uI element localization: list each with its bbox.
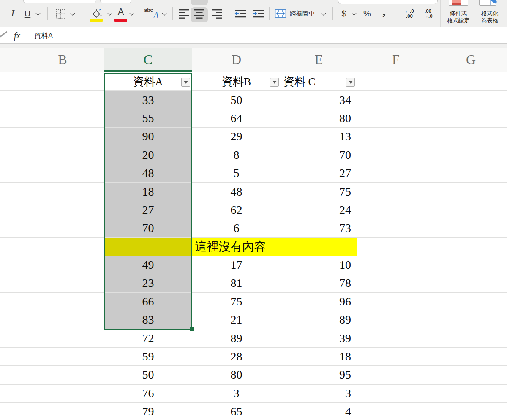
cell[interactable]: [21, 73, 104, 90]
cell[interactable]: [21, 201, 104, 219]
cell[interactable]: [435, 183, 507, 200]
cell-d[interactable]: 28: [192, 348, 281, 365]
fill-color-chevron-icon[interactable]: [107, 11, 112, 15]
cell-c[interactable]: 79: [104, 403, 192, 420]
cell[interactable]: [0, 329, 21, 347]
merge-center-button[interactable]: 跨欄置中: [275, 5, 315, 22]
filter-button[interactable]: [270, 78, 279, 87]
column-header-stub[interactable]: [0, 48, 21, 72]
cell-d[interactable]: 21: [192, 311, 281, 329]
column-header-C[interactable]: C: [104, 48, 192, 72]
cell[interactable]: [357, 146, 435, 164]
cell-e[interactable]: 96: [281, 293, 357, 311]
cell[interactable]: [0, 274, 21, 292]
cell[interactable]: [21, 256, 104, 274]
cell-e[interactable]: 89: [281, 311, 357, 329]
cell[interactable]: [435, 311, 507, 329]
cell[interactable]: [357, 109, 435, 127]
cell[interactable]: [435, 274, 507, 292]
cell-e[interactable]: 70: [281, 146, 357, 164]
column-header-E[interactable]: E: [281, 48, 357, 72]
underline-button[interactable]: U: [21, 5, 34, 22]
cell-e[interactable]: 24: [281, 201, 357, 219]
cell-d[interactable]: 75: [192, 293, 281, 311]
cell[interactable]: [435, 385, 507, 402]
percent-format-button[interactable]: %: [361, 5, 373, 22]
cell[interactable]: [0, 238, 21, 256]
cell[interactable]: [21, 238, 104, 256]
cell[interactable]: [21, 183, 104, 200]
increase-decimal-button[interactable]: .00 →.0: [419, 5, 437, 22]
cell[interactable]: [357, 91, 435, 109]
cell-c[interactable]: 66: [104, 293, 192, 311]
cell[interactable]: [435, 256, 507, 274]
cell[interactable]: [21, 146, 104, 164]
cell[interactable]: [357, 201, 435, 219]
cell[interactable]: [21, 128, 104, 145]
cell[interactable]: [357, 219, 435, 237]
cell[interactable]: [435, 366, 507, 384]
cell[interactable]: [357, 311, 435, 329]
currency-chevron-icon[interactable]: [352, 11, 356, 15]
cell-e[interactable]: 13: [281, 128, 357, 145]
column-header-D[interactable]: D: [192, 48, 281, 72]
cell-d[interactable]: 65: [192, 403, 281, 420]
cell[interactable]: [357, 403, 435, 420]
cell[interactable]: [357, 366, 435, 384]
cell-d[interactable]: 62: [192, 201, 281, 219]
cell[interactable]: [357, 274, 435, 292]
filter-button[interactable]: [346, 78, 355, 87]
cell[interactable]: [21, 366, 104, 384]
cell[interactable]: [0, 164, 21, 182]
cell-e[interactable]: 27: [281, 164, 357, 182]
cell-d[interactable]: 48: [192, 183, 281, 200]
cell-d[interactable]: 64: [192, 109, 281, 127]
align-center-button[interactable]: [192, 5, 207, 22]
italic-button[interactable]: I: [7, 5, 19, 22]
cell[interactable]: [0, 348, 21, 365]
banner-cell[interactable]: 這裡沒有內容: [104, 238, 357, 256]
cell-d[interactable]: 29: [192, 128, 281, 145]
table-header-D[interactable]: 資料B: [192, 73, 281, 90]
cell-e[interactable]: 34: [281, 91, 357, 109]
cell-e[interactable]: 3: [281, 385, 357, 402]
cell[interactable]: [21, 403, 104, 420]
cell[interactable]: [21, 311, 104, 329]
cell[interactable]: [357, 128, 435, 145]
cell[interactable]: [0, 403, 21, 420]
cell-e[interactable]: 78: [281, 274, 357, 292]
cell[interactable]: [435, 201, 507, 219]
cell[interactable]: [21, 293, 104, 311]
cell[interactable]: [21, 91, 104, 109]
format-as-table-button[interactable]: 格式化 為表格: [477, 8, 503, 26]
cell[interactable]: [357, 73, 435, 90]
cell-e[interactable]: 95: [281, 366, 357, 384]
cell[interactable]: [0, 73, 21, 90]
cell-d[interactable]: 8: [192, 146, 281, 164]
formula-bar-value[interactable]: 資料A: [34, 31, 53, 41]
cell-c[interactable]: 49: [104, 256, 192, 274]
align-left-button[interactable]: [177, 5, 191, 22]
cell[interactable]: [21, 274, 104, 292]
cell-c[interactable]: 83: [104, 311, 192, 329]
cell[interactable]: [0, 219, 21, 237]
cell[interactable]: [357, 329, 435, 347]
cell-e[interactable]: 18: [281, 348, 357, 365]
cell[interactable]: [435, 146, 507, 164]
cell[interactable]: [435, 329, 507, 347]
cell[interactable]: [0, 146, 21, 164]
cell[interactable]: [0, 109, 21, 127]
column-header-F[interactable]: F: [357, 48, 435, 72]
cell[interactable]: [435, 403, 507, 420]
cell[interactable]: [0, 183, 21, 200]
vertical-align-middle-button[interactable]: [191, 0, 208, 5]
cell[interactable]: [435, 109, 507, 127]
cell-c[interactable]: 27: [104, 201, 192, 219]
decrease-indent-button[interactable]: [232, 5, 248, 22]
table-header-C[interactable]: 資料A: [104, 73, 192, 90]
cell[interactable]: [435, 91, 507, 109]
cell[interactable]: [357, 348, 435, 365]
cell[interactable]: [21, 329, 104, 347]
fx-icon[interactable]: fx: [14, 30, 20, 41]
cell-c[interactable]: 55: [104, 109, 192, 127]
